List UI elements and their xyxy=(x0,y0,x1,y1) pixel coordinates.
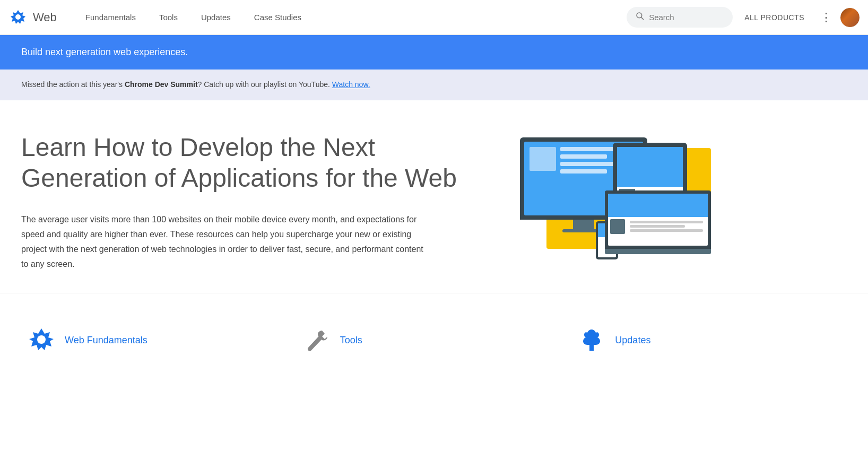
bottom-cards: Web Fundamentals Tools Updates xyxy=(0,293,868,376)
hero-heading: Learn How to Develop the Next Generation… xyxy=(21,132,499,193)
search-container[interactable] xyxy=(627,7,733,28)
nav-item-tools[interactable]: Tools xyxy=(147,0,189,35)
content-left: Learn How to Develop the Next Generation… xyxy=(21,132,499,272)
search-input[interactable] xyxy=(649,13,713,22)
blue-banner: Build next generation web experiences. xyxy=(0,35,868,70)
avatar-image xyxy=(840,8,860,27)
tools-icon xyxy=(302,325,332,355)
announcement-after: ? Catch up with our playlist on YouTube. xyxy=(198,80,330,89)
card-web-fundamentals-label: Web Fundamentals xyxy=(65,335,147,346)
card-updates-label: Updates xyxy=(615,335,650,346)
web-fundamentals-icon xyxy=(27,325,56,355)
card-web-fundamentals[interactable]: Web Fundamentals xyxy=(21,315,297,366)
site-title: Web xyxy=(33,11,57,24)
announcement-text: Missed the action at this year's Chrome … xyxy=(21,79,847,90)
avatar[interactable] xyxy=(840,8,860,27)
illus-laptop xyxy=(605,190,711,259)
hero-illustration xyxy=(520,137,711,259)
nav-item-updates[interactable]: Updates xyxy=(189,0,242,35)
svg-point-3 xyxy=(37,335,46,344)
announcement-link[interactable]: Watch now. xyxy=(332,80,370,89)
announcement-highlight: Chrome Dev Summit xyxy=(125,80,198,89)
card-tools-label: Tools xyxy=(340,335,362,346)
svg-line-2 xyxy=(641,18,644,20)
nav-item-fundamentals[interactable]: Fundamentals xyxy=(74,0,147,35)
card-tools[interactable]: Tools xyxy=(297,315,572,366)
logo-link[interactable]: Web xyxy=(8,8,57,27)
card-updates[interactable]: Updates xyxy=(571,315,847,366)
nav-links: Fundamentals Tools Updates Case Studies xyxy=(74,0,627,35)
blue-banner-text: Build next generation web experiences. xyxy=(21,47,188,57)
hero-body: The average user visits more than 100 we… xyxy=(21,212,424,272)
announcement-before: Missed the action at this year's xyxy=(21,80,125,89)
main-content: Learn How to Develop the Next Generation… xyxy=(0,100,743,293)
all-products-button[interactable]: ALL PRODUCTS xyxy=(737,9,812,26)
updates-icon xyxy=(577,325,606,355)
nav-item-case-studies[interactable]: Case Studies xyxy=(242,0,313,35)
content-right xyxy=(520,132,711,259)
navbar: Web Fundamentals Tools Updates Case Stud… xyxy=(0,0,868,35)
search-icon xyxy=(635,11,645,23)
navbar-right: ALL PRODUCTS ⋮ xyxy=(627,7,860,28)
more-options-button[interactable]: ⋮ xyxy=(816,8,836,27)
logo-icon xyxy=(8,8,28,27)
svg-point-0 xyxy=(15,14,21,20)
announcement-bar: Missed the action at this year's Chrome … xyxy=(0,70,868,100)
